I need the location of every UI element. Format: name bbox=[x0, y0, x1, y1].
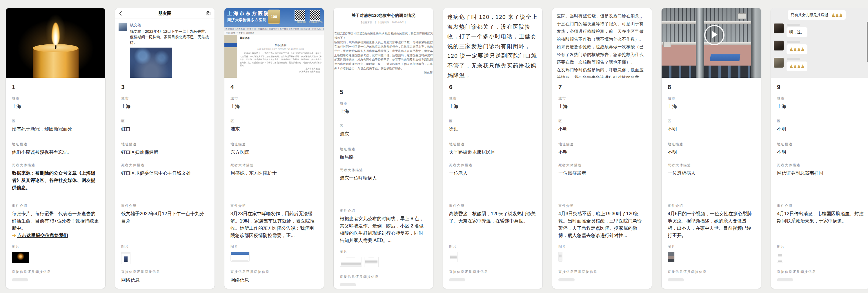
field-label-deceased: 死者大体描述 bbox=[777, 163, 864, 167]
field-value-city: 上海 bbox=[12, 103, 99, 110]
field-label-district: 区 bbox=[340, 124, 427, 128]
cover-image[interactable]: 只有其女儿眼见其病逝...啊，这。 bbox=[771, 8, 868, 78]
cover-image[interactable]: 朋友圈钱文雄钱文雄于2022年4月12日下午一点十九分去世。疫情期间一切从简。家… bbox=[115, 8, 215, 78]
image-thumbnail[interactable] bbox=[364, 257, 379, 267]
wechat-post: 钱文雄钱文雄于2022年4月12日下午一点十九分去世。疫情期间一切从简。家属目前… bbox=[115, 19, 215, 78]
document-line: 在航昌路376弄小区120急救医生未向求救患者施救的情况，我委立即连夜启动调 bbox=[334, 31, 433, 36]
submit-info-link[interactable]: 点击这里提交信息给我们 bbox=[12, 232, 99, 239]
record-number: 4 bbox=[230, 84, 318, 96]
chat-bubble bbox=[786, 45, 807, 54]
avatar bbox=[119, 23, 127, 31]
scrollbar[interactable] bbox=[867, 22, 868, 62]
wechat-moments-header: 朋友圈 bbox=[115, 8, 215, 19]
building-photo-part bbox=[661, 42, 751, 45]
chat-message-row bbox=[774, 58, 867, 71]
field-value-address: 不明 bbox=[777, 149, 864, 156]
record-card[interactable]: 1 城市 上海 区 没有死于新冠，却因新冠而死 地址描述 他们不应该被漠视甚至忘… bbox=[5, 8, 105, 289]
image-thumbnail[interactable] bbox=[340, 257, 362, 267]
cover-image[interactable]: 关于对浦东120急救中心的调查情况【信息来源：】【信息时间：2022-03-31… bbox=[334, 8, 433, 83]
direct-slot bbox=[12, 278, 99, 282]
event-text: 根据患者女儿公布的时间线，早上 8 点，其父哮喘发作、晕倒。随后，小区 2 名做… bbox=[340, 216, 424, 243]
field-value-event: 每张卡片、每行记录，代表着一条逝去的鲜活生命。目前有73+位死者！数据持续更新中… bbox=[12, 210, 99, 239]
field-label-direct: 直接信息还是间接信息 bbox=[777, 270, 864, 274]
event-text: 4月6日的一个视频，一位女性在撕心裂肺地哭泣。据视频描述，她的亲人要做透析，出不… bbox=[668, 211, 752, 238]
image-thumbnail[interactable] bbox=[449, 252, 458, 262]
record-card[interactable]: 医院。当时有些低烧，但是发热门诊在消杀，于是在门口的黑夜里等待了很久。可是由于有… bbox=[552, 8, 652, 289]
field-value-address: 天平路街道永康居民区 bbox=[449, 149, 536, 156]
field-value-deceased: 一位透析病人 bbox=[668, 169, 755, 177]
field-value-deceased: 一位癌症患者 bbox=[558, 169, 646, 177]
field-value-district: 不明 bbox=[668, 125, 755, 133]
qr-label: 患者移动服务平台 bbox=[309, 21, 323, 24]
cover-image[interactable]: 迷病危了叫 120，120 来了说全上海发热门诊都关了，没有医院接收，打了一个多… bbox=[443, 8, 542, 78]
image-thumbnail[interactable] bbox=[558, 252, 562, 262]
field-label-deceased: 死者大体描述 bbox=[558, 163, 646, 167]
card-body: 4 城市 上海 区 浦东 地址描述 东方医院 死者大体描述 周盛妮，东方医院护士… bbox=[224, 78, 324, 289]
building-photo-part bbox=[663, 42, 671, 47]
praying-hands-icon bbox=[790, 64, 793, 68]
image-thumbnail[interactable] bbox=[12, 252, 29, 263]
cover-image[interactable] bbox=[661, 8, 761, 78]
field-value-city: 上海 bbox=[668, 103, 755, 110]
image-thumbnail[interactable] bbox=[777, 252, 783, 263]
field-label-city: 城市 bbox=[230, 96, 318, 101]
card-body: 3 城市 上海 区 虹口 地址描述 虹口区妇幼保健所 死者大体描述 虹口区卫健委… bbox=[115, 78, 215, 289]
direct-slot: 网络信息 bbox=[121, 276, 209, 284]
empty-value-pill bbox=[340, 283, 356, 286]
wechat-post-photo bbox=[130, 48, 172, 78]
screenshot-text: 迷病危了叫 120，120 来了说全上海发热门诊都关了，没有医院接收，打了一个多… bbox=[447, 12, 538, 78]
field-value-event: 4月3日突感不适，晚上19:30叫了120急救。当时面临全员核酸，三甲医院门急诊… bbox=[558, 210, 646, 239]
field-value-address: 东方医院 bbox=[230, 149, 318, 156]
candle-image bbox=[33, 49, 79, 78]
field-label-image: 图片 bbox=[668, 244, 755, 249]
image-thumbnail[interactable] bbox=[121, 252, 130, 264]
field-label-city: 城市 bbox=[558, 96, 646, 101]
field-label-event: 事件介绍 bbox=[777, 204, 864, 208]
hospital-subtitle: 同济大学附属东方医院 bbox=[227, 18, 267, 23]
camera-icon[interactable] bbox=[206, 11, 211, 17]
avatar bbox=[774, 58, 784, 67]
field-value-address: 不明 bbox=[668, 149, 755, 156]
field-label-district: 区 bbox=[668, 119, 755, 123]
record-card[interactable]: 只有其女儿眼见其病逝...啊，这。 9 城市 上海 区 不明 地址描述 不明 死… bbox=[771, 8, 868, 289]
play-button-icon[interactable] bbox=[704, 25, 724, 45]
site-sidebar bbox=[224, 35, 237, 78]
card-body: 5 城市 上海 区 浦东 地址描述 航昌路 死者大体描述 浦东一位哮喘病人 事件… bbox=[334, 83, 433, 289]
cover-image[interactable] bbox=[6, 8, 105, 78]
event-text: 4月12日传出消息，韦桂国因脑溢血、封控期间联系救治未果，于家中病逝。 bbox=[777, 211, 864, 224]
image-thumbnail[interactable] bbox=[230, 252, 250, 262]
anniversary-badge: 100 bbox=[268, 9, 280, 24]
field-label-address: 地址描述 bbox=[668, 142, 755, 146]
field-label-city: 城市 bbox=[121, 96, 209, 101]
praying-hands-icon bbox=[801, 64, 804, 68]
record-card[interactable]: 上海市东方医院同济大学附属东方医院100微信二维码患者移动服务平台医院概况｜名医… bbox=[224, 8, 324, 289]
praying-hands-icon bbox=[794, 64, 797, 68]
cover-image[interactable]: 上海市东方医院同济大学附属东方医院100微信二维码患者移动服务平台医院概况｜名医… bbox=[224, 8, 324, 78]
field-value-district: 浦东 bbox=[230, 125, 318, 133]
cover-image[interactable]: 医院。当时有些低烧，但是发热门诊在消杀，于是在门口的黑夜里等待了很久。可是由于有… bbox=[552, 8, 652, 78]
record-card[interactable]: 8 城市 上海 区 不明 地址描述 不明 死者大体描述 一位透析病人 事件介绍 … bbox=[661, 8, 761, 289]
field-label-direct: 直接信息还是间接信息 bbox=[340, 275, 427, 279]
field-label-image: 图片 bbox=[12, 244, 99, 249]
image-thumbnail[interactable] bbox=[668, 252, 675, 262]
field-label-event: 事件介绍 bbox=[558, 204, 646, 208]
record-number: 1 bbox=[12, 84, 99, 96]
announcement-signature: 上海市东方医院 bbox=[240, 67, 321, 70]
document-line: 生作出停职处理的决定，同时举一反三，对全区医务工作人员加强教育，在当前 bbox=[334, 62, 433, 66]
building-photo-part bbox=[696, 8, 704, 78]
record-card[interactable]: 关于对浦东120急救中心的调查情况【信息来源：】【信息时间：2022-03-31… bbox=[333, 8, 433, 289]
record-card[interactable]: 朋友圈钱文雄钱文雄于2022年4月12日下午一点十九分去世。疫情期间一切从简。家… bbox=[115, 8, 215, 289]
praying-hands-icon bbox=[794, 47, 797, 51]
record-number: 5 bbox=[340, 88, 427, 101]
document-line: 的离世深表悲痛，对急救医生由于经验不足、处置不当未能及时出借车载除颤仪 bbox=[334, 57, 433, 62]
announcement-title: 情况说明 bbox=[240, 43, 321, 47]
field-label-deceased: 死者大体描述 bbox=[668, 163, 755, 167]
image-thumbnails bbox=[121, 252, 209, 263]
record-card[interactable]: 迷病危了叫 120，120 来了说全上海发热门诊都关了，没有医院接收，打了一个多… bbox=[443, 8, 543, 289]
card-board: 1 城市 上海 区 没有死于新冠，却因新冠而死 地址描述 他们不应该被漠视甚至忘… bbox=[5, 8, 868, 289]
field-label-image: 图片 bbox=[777, 244, 864, 249]
field-value-deceased: 一位老人 bbox=[449, 169, 536, 177]
image-thumbnails bbox=[449, 252, 536, 263]
announcement-meta: 作者:系统管理员 发表于:2022/3/25 2:41:41 有353人阅读 bbox=[240, 48, 321, 51]
document-meta: 【信息来源：】【信息时间：2022-03-31】 bbox=[334, 21, 433, 24]
